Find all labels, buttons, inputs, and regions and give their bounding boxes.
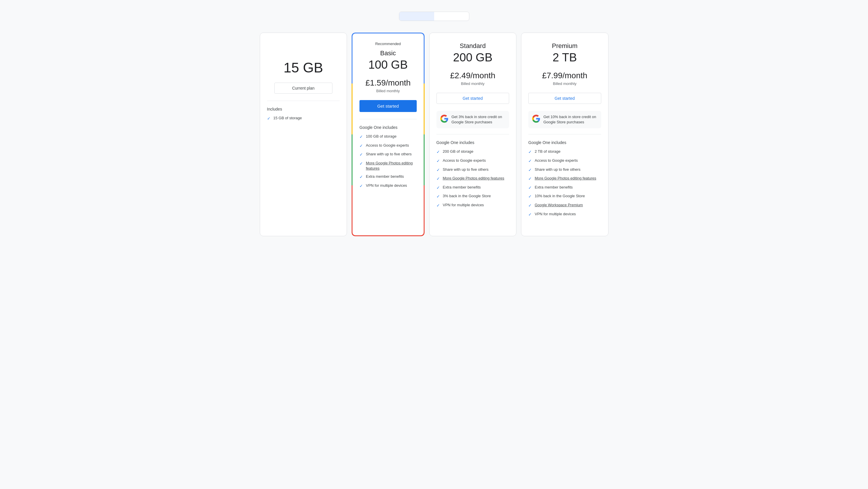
feature-text: More Google Photos editing features	[443, 176, 504, 181]
current-plan-button: Current plan	[274, 83, 333, 94]
feature-item: ✓ VPN for multiple devices	[360, 183, 417, 189]
check-icon: ✓	[360, 174, 363, 180]
includes-title: Google One includes	[436, 140, 509, 145]
check-icon: ✓	[528, 203, 532, 208]
feature-text: 3% back in the Google Store	[443, 194, 491, 199]
plan-price: £7.99/month	[528, 71, 601, 80]
feature-item: ✓ More Google Photos editing features	[436, 176, 509, 182]
plan-storage: 100 GB	[360, 58, 417, 71]
annual-toggle-btn[interactable]	[434, 12, 469, 21]
plan-card-basic: Recommended Basic 100 GB £1.59/month Bil…	[352, 33, 425, 236]
feature-text: Access to Google experts	[535, 158, 578, 163]
feature-text: 2 TB of storage	[535, 149, 561, 154]
billing-text: Billed monthly	[528, 82, 601, 86]
check-icon: ✓	[436, 194, 440, 200]
feature-item: ✓ More Google Photos editing features	[360, 161, 417, 171]
feature-item: ✓ Extra member benefits	[528, 185, 601, 191]
monthly-toggle-btn[interactable]	[399, 12, 434, 21]
includes-title: Includes	[267, 107, 340, 111]
feature-item: ✓ Share with up to five others	[528, 167, 601, 173]
store-credit-badge: Get 3% back in store credit on Google St…	[436, 111, 509, 128]
feature-text: More Google Photos editing features	[366, 161, 417, 171]
includes-title: Google One includes	[528, 140, 601, 145]
feature-item: ✓ Extra member benefits	[360, 174, 417, 180]
check-icon: ✓	[360, 161, 363, 167]
check-icon: ✓	[436, 158, 440, 164]
store-credit-text: Get 10% back in store credit on Google S…	[544, 114, 598, 125]
store-credit-text: Get 3% back in store credit on Google St…	[452, 114, 506, 125]
check-icon: ✓	[528, 194, 532, 200]
recommended-label: Recommended	[360, 41, 417, 46]
store-credit-badge: Get 10% back in store credit on Google S…	[528, 111, 601, 128]
feature-list: ✓ 200 GB of storage ✓ Access to Google e…	[436, 149, 509, 208]
divider	[360, 119, 417, 119]
feature-text: VPN for multiple devices	[366, 183, 407, 188]
feature-text: Share with up to five others	[366, 151, 412, 157]
feature-text: Share with up to five others	[443, 167, 489, 172]
check-icon: ✓	[360, 183, 363, 189]
divider	[267, 100, 340, 101]
feature-text: Access to Google experts	[443, 158, 486, 163]
feature-text: Extra member benefits	[366, 174, 404, 179]
feature-text: 200 GB of storage	[443, 149, 474, 154]
check-icon: ✓	[360, 152, 363, 158]
feature-item: ✓ VPN for multiple devices	[436, 202, 509, 208]
feature-text: Extra member benefits	[535, 185, 573, 190]
billing-text: Billed monthly	[360, 89, 417, 93]
check-icon: ✓	[528, 176, 532, 182]
feature-list: ✓ 2 TB of storage ✓ Access to Google exp…	[528, 149, 601, 217]
feature-list: ✓ 15 GB of storage	[267, 115, 340, 122]
feature-text: Access to Google experts	[366, 143, 409, 148]
feature-text: Share with up to five others	[535, 167, 581, 172]
feature-item: ✓ 3% back in the Google Store	[436, 194, 509, 200]
feature-text: Google Workspace Premium	[535, 202, 583, 208]
check-icon: ✓	[360, 143, 363, 149]
feature-text: 15 GB of storage	[274, 115, 302, 121]
includes-title: Google One includes	[360, 125, 417, 130]
feature-item: ✓ Google Workspace Premium	[528, 202, 601, 208]
check-icon: ✓	[436, 203, 440, 208]
plan-price: £2.49/month	[436, 71, 509, 80]
get-started-button[interactable]: Get started	[528, 93, 601, 104]
plan-name: Basic	[360, 50, 417, 57]
feature-item: ✓ Access to Google experts	[528, 158, 601, 164]
feature-text: More Google Photos editing features	[535, 176, 596, 181]
check-icon: ✓	[436, 176, 440, 182]
feature-text: 100 GB of storage	[366, 134, 397, 139]
billing-toggle	[399, 12, 469, 21]
feature-item: ✓ 10% back in the Google Store	[528, 194, 601, 200]
plan-card-free: 15 GB Current plan Includes ✓ 15 GB of s…	[260, 33, 347, 236]
feature-text: VPN for multiple devices	[535, 211, 576, 217]
feature-item: ✓ VPN for multiple devices	[528, 211, 601, 218]
plan-name: Premium	[528, 42, 601, 50]
feature-item: ✓ More Google Photos editing features	[528, 176, 601, 182]
feature-text: Extra member benefits	[443, 185, 481, 190]
feature-list: ✓ 100 GB of storage ✓ Access to Google e…	[360, 134, 417, 189]
check-icon: ✓	[267, 116, 271, 122]
plan-price: £1.59/month	[360, 78, 417, 88]
check-icon: ✓	[436, 185, 440, 191]
feature-item: ✓ 15 GB of storage	[267, 115, 340, 122]
feature-item: ✓ Share with up to five others	[436, 167, 509, 173]
check-icon: ✓	[528, 167, 532, 173]
billing-text: Billed monthly	[436, 82, 509, 86]
plan-card-premium: Premium 2 TB £7.99/month Billed monthly …	[521, 33, 609, 236]
get-started-button[interactable]: Get started	[360, 100, 417, 112]
check-icon: ✓	[528, 158, 532, 164]
check-icon: ✓	[528, 185, 532, 191]
plan-card-standard: Standard 200 GB £2.49/month Billed month…	[429, 33, 517, 236]
check-icon: ✓	[436, 167, 440, 173]
check-icon: ✓	[528, 212, 532, 218]
check-icon: ✓	[528, 149, 532, 155]
plan-storage: 2 TB	[528, 51, 601, 64]
divider	[436, 134, 509, 135]
plan-name: Standard	[436, 42, 509, 50]
plan-card-inner: Recommended Basic 100 GB £1.59/month Bil…	[352, 33, 424, 235]
rainbow-border: Recommended Basic 100 GB £1.59/month Bil…	[352, 33, 425, 236]
feature-item: ✓ 100 GB of storage	[360, 134, 417, 140]
plans-container: 15 GB Current plan Includes ✓ 15 GB of s…	[260, 33, 609, 236]
feature-item: ✓ Share with up to five others	[360, 151, 417, 158]
feature-text: VPN for multiple devices	[443, 202, 484, 208]
feature-item: ✓ Access to Google experts	[436, 158, 509, 164]
get-started-button[interactable]: Get started	[436, 93, 509, 104]
